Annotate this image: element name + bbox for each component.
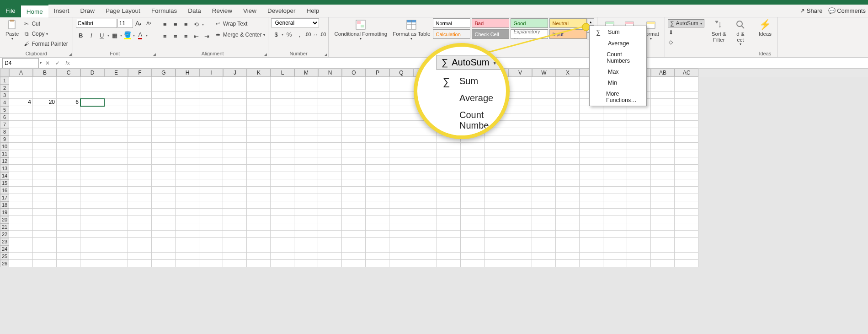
- cell[interactable]: [318, 150, 342, 157]
- cell[interactable]: [80, 121, 104, 128]
- cell[interactable]: [651, 157, 675, 165]
- cell[interactable]: [57, 201, 80, 209]
- cell[interactable]: [508, 245, 532, 253]
- cell[interactable]: [271, 179, 294, 187]
- cell[interactable]: [294, 238, 318, 245]
- cell[interactable]: [33, 143, 57, 150]
- cell[interactable]: [9, 150, 33, 157]
- cell[interactable]: [675, 253, 698, 260]
- cell[interactable]: [80, 106, 104, 113]
- tab-file[interactable]: File: [0, 5, 21, 17]
- cell[interactable]: [152, 253, 176, 260]
- cell[interactable]: [461, 245, 485, 253]
- cell[interactable]: [556, 106, 580, 113]
- cell[interactable]: [651, 128, 675, 135]
- cell[interactable]: [342, 231, 366, 238]
- column-header[interactable]: P: [366, 69, 389, 77]
- italic-button[interactable]: I: [86, 30, 96, 40]
- cell[interactable]: [603, 223, 627, 231]
- cell[interactable]: [33, 253, 57, 260]
- cell[interactable]: [342, 150, 366, 157]
- cell[interactable]: [651, 223, 675, 231]
- cell[interactable]: [389, 84, 413, 92]
- row-header[interactable]: 23: [0, 238, 9, 245]
- cell[interactable]: [389, 172, 413, 179]
- column-header[interactable]: W: [532, 69, 556, 77]
- cell[interactable]: [176, 157, 199, 165]
- cell[interactable]: [580, 113, 603, 121]
- cell[interactable]: [128, 121, 152, 128]
- paste-button[interactable]: Paste▾: [3, 18, 21, 42]
- cell[interactable]: [33, 179, 57, 187]
- cell[interactable]: [461, 172, 485, 179]
- cell[interactable]: [223, 223, 247, 231]
- cell[interactable]: [342, 106, 366, 113]
- cell[interactable]: [33, 245, 57, 253]
- cell[interactable]: [556, 238, 580, 245]
- cell[interactable]: [603, 245, 627, 253]
- cell[interactable]: [389, 187, 413, 194]
- cell[interactable]: [603, 179, 627, 187]
- cell[interactable]: [33, 216, 57, 223]
- cell[interactable]: [104, 209, 128, 216]
- cell[interactable]: [485, 223, 508, 231]
- cell[interactable]: [532, 223, 556, 231]
- cell[interactable]: [603, 194, 627, 201]
- cell[interactable]: [9, 209, 33, 216]
- cell[interactable]: [651, 121, 675, 128]
- cell[interactable]: [627, 260, 651, 267]
- cell[interactable]: [389, 77, 413, 84]
- cell[interactable]: [580, 187, 603, 194]
- cell[interactable]: [104, 216, 128, 223]
- cell[interactable]: [389, 245, 413, 253]
- cell[interactable]: [199, 223, 223, 231]
- cell[interactable]: [9, 260, 33, 267]
- cell[interactable]: [318, 135, 342, 143]
- autosum-menu-more[interactable]: More Functions…: [590, 88, 646, 106]
- cell[interactable]: [247, 179, 271, 187]
- cell[interactable]: [104, 150, 128, 157]
- cell[interactable]: [580, 150, 603, 157]
- cell[interactable]: [461, 201, 485, 209]
- cell[interactable]: [294, 194, 318, 201]
- cell[interactable]: [437, 201, 461, 209]
- cell[interactable]: [366, 121, 389, 128]
- cell[interactable]: [413, 245, 437, 253]
- ideas-button[interactable]: ⚡ Ideas: [756, 18, 774, 38]
- font-size-select[interactable]: [117, 19, 133, 28]
- cell[interactable]: [675, 216, 698, 223]
- cell[interactable]: [9, 135, 33, 143]
- cell[interactable]: [389, 179, 413, 187]
- cell[interactable]: [485, 209, 508, 216]
- cell[interactable]: [342, 135, 366, 143]
- cell[interactable]: [532, 194, 556, 201]
- cell[interactable]: [199, 260, 223, 267]
- cell[interactable]: [199, 165, 223, 172]
- cell[interactable]: [57, 135, 80, 143]
- cell[interactable]: [294, 113, 318, 121]
- autosum-menu-max[interactable]: Max: [590, 66, 646, 77]
- cell[interactable]: [104, 187, 128, 194]
- cell[interactable]: [556, 143, 580, 150]
- cell[interactable]: [532, 179, 556, 187]
- cell[interactable]: [413, 143, 437, 150]
- cell[interactable]: [9, 223, 33, 231]
- cell[interactable]: [342, 121, 366, 128]
- cell[interactable]: [223, 260, 247, 267]
- cell[interactable]: [9, 121, 33, 128]
- cell[interactable]: [294, 135, 318, 143]
- cell[interactable]: [128, 253, 152, 260]
- column-header[interactable]: Q: [389, 69, 413, 77]
- cell[interactable]: [247, 194, 271, 201]
- cell[interactable]: [57, 84, 80, 92]
- cell[interactable]: [603, 157, 627, 165]
- cell[interactable]: [9, 194, 33, 201]
- cell[interactable]: [556, 179, 580, 187]
- cell[interactable]: [152, 231, 176, 238]
- cell[interactable]: [437, 157, 461, 165]
- cell[interactable]: 20: [33, 99, 57, 106]
- cell[interactable]: [556, 194, 580, 201]
- cell[interactable]: [33, 231, 57, 238]
- enter-formula-icon[interactable]: ✓: [53, 60, 63, 66]
- cell[interactable]: [294, 99, 318, 106]
